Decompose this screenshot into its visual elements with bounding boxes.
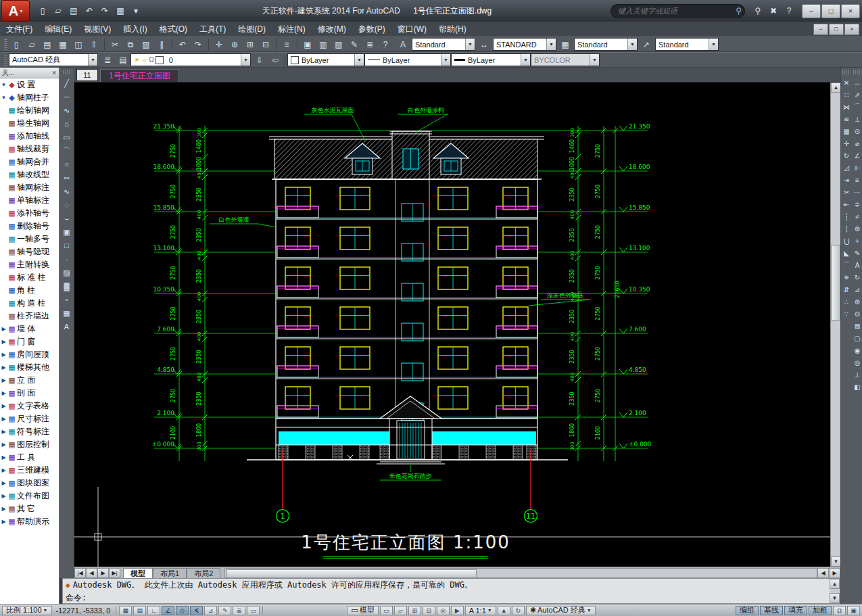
mleader-style-icon[interactable]: ↗ — [639, 37, 654, 51]
linetype-combo[interactable]: ByLayer ▼ — [364, 53, 451, 66]
sidebar-item-1[interactable]: ▼◆设 置 — [0, 78, 59, 91]
sidebar-item-31[interactable]: ▶▦三维建模 — [0, 464, 59, 477]
qp-toggle[interactable]: ▭ — [247, 606, 260, 615]
hatch-icon[interactable]: ▨ — [60, 266, 74, 279]
line-icon[interactable]: ╱ — [60, 76, 74, 90]
zoom-window-icon[interactable]: ⊞ — [243, 37, 258, 51]
array-icon[interactable]: ▦ — [841, 125, 852, 137]
model-tab-icon[interactable]: ▭ — [380, 606, 393, 615]
dim-arc-icon[interactable]: ⌒ — [852, 101, 862, 113]
layer-combo[interactable]: ☀☼Ω 0 ▼ — [130, 53, 251, 66]
make-object-layer-current-icon[interactable]: ⇩ — [252, 53, 267, 67]
ducs-toggle[interactable]: ⊿ — [204, 606, 217, 615]
sidebar-item-30[interactable]: ▶▦工 具 — [0, 451, 59, 464]
sidebar-item-35[interactable]: ▶▦帮助演示 — [0, 515, 59, 528]
quick-calc-icon[interactable]: ≣ — [362, 37, 377, 51]
dim-continue-icon[interactable]: ⋯ — [852, 186, 862, 198]
sidebar-item-7[interactable]: ▦轴网合并 — [0, 156, 59, 168]
explode-icon[interactable]: ✳ — [841, 271, 852, 283]
maximize-button[interactable]: □ — [821, 4, 840, 18]
search-input[interactable] — [617, 6, 736, 16]
redo-icon[interactable]: ↷ — [191, 37, 206, 51]
toolbar-grip[interactable] — [853, 70, 861, 74]
sidebar-item-33[interactable]: ▶▦文件布图 — [0, 490, 59, 502]
menu-11[interactable]: 窗口(W) — [391, 22, 433, 37]
revision-cloud-icon[interactable]: ∾ — [60, 171, 74, 185]
copy-object-icon[interactable]: ∷ — [841, 89, 852, 101]
drawing-tab-active[interactable]: 1号住宅正立面图 — [100, 69, 179, 82]
quick-view-drawings-icon[interactable]: ⊞ — [408, 606, 421, 615]
rotate-icon[interactable]: ↻ — [841, 149, 852, 162]
undo-icon[interactable]: ↶ — [175, 37, 190, 51]
dim-diameter-icon[interactable]: ⌀ — [852, 137, 862, 149]
tz-toggle-编组[interactable]: 编组 — [736, 606, 759, 615]
sidebar-item-11[interactable]: ▦添补轴号 — [0, 207, 59, 220]
sidebar-item-22[interactable]: ▶▦房间屋顶 — [0, 348, 59, 361]
sidebar-item-5[interactable]: ▦添加轴线 — [0, 130, 59, 143]
workspace-combo[interactable]: AutoCAD 经典 ▼ — [9, 53, 98, 66]
tool-palettes-icon[interactable]: ▥ — [316, 37, 331, 51]
named-views-icon[interactable]: ▢ — [852, 332, 862, 344]
toolbar-grip[interactable] — [4, 55, 7, 66]
doc-restore-button[interactable]: □ — [829, 24, 844, 35]
scroll-right-icon[interactable]: ▶ — [829, 568, 840, 578]
menu-5[interactable]: 格式(O) — [153, 22, 193, 37]
sidebar-item-8[interactable]: ▦轴改线型 — [0, 168, 59, 181]
open-icon[interactable]: ▱ — [51, 4, 66, 18]
zoom-extents-icon[interactable]: ⊠ — [852, 320, 862, 332]
dim-aligned-icon[interactable]: ⇗ — [852, 89, 862, 101]
qnew-icon[interactable]: ▯ — [35, 4, 50, 18]
scroll-down-icon[interactable]: ▼ — [831, 556, 841, 567]
last-tab-icon[interactable]: ▶| — [109, 568, 120, 578]
rectangle-icon[interactable]: ▭ — [60, 131, 74, 144]
sidebar-item-19[interactable]: ▦柱齐墙边 — [0, 310, 59, 323]
menu-3[interactable]: 视图(V) — [78, 22, 117, 37]
mleader-style-combo[interactable]: Standard▼ — [655, 38, 719, 51]
draworder-icon[interactable]: ⇵ — [841, 283, 852, 295]
chevron-down-icon[interactable]: ▼ — [627, 39, 637, 50]
steering-wheel-icon[interactable]: ◎ — [437, 606, 450, 615]
grid-toggle[interactable]: ▤ — [133, 606, 146, 615]
zoom-in-icon[interactable]: ⊕ — [852, 295, 862, 308]
measure-icon[interactable]: ∴ — [841, 295, 852, 308]
menu-7[interactable]: 绘图(D) — [232, 22, 272, 37]
sidebar-item-34[interactable]: ▶▦其 它 — [0, 502, 59, 515]
dim-baseline-icon[interactable]: ≡ — [852, 174, 862, 186]
menu-6[interactable]: 工具(T) — [193, 22, 232, 37]
stretch-icon[interactable]: ⇥ — [841, 174, 852, 186]
dim-text-edit-icon[interactable]: A — [852, 259, 862, 271]
dyn-toggle[interactable]: ✎ — [218, 606, 231, 615]
sidebar-item-16[interactable]: ▦标 准 柱 — [0, 271, 59, 284]
sidebar-item-23[interactable]: ▶▦楼梯其他 — [0, 361, 59, 374]
offset-icon[interactable]: ≋ — [841, 113, 852, 125]
sidebar-item-14[interactable]: ▦轴号隐现 — [0, 245, 59, 258]
text-style-combo[interactable]: Standard▼ — [412, 38, 475, 51]
doc-minimize-button[interactable]: − — [813, 24, 828, 35]
tz-toggle-填充[interactable]: 填充 — [784, 606, 807, 615]
workspace-switch-button[interactable]: ✱ AutoCAD 经典 ▼ — [526, 606, 596, 615]
sidebar-item-4[interactable]: ▦墙生轴网 — [0, 117, 59, 130]
model-space-button[interactable]: ▭ 模型 — [347, 606, 378, 615]
annotation-visibility-icon[interactable]: ▲ — [498, 606, 510, 615]
dim-break-icon[interactable]: ≠ — [852, 210, 862, 222]
auto-scale-icon[interactable]: ↻ — [512, 606, 525, 615]
doc-close-button[interactable]: × — [844, 24, 859, 35]
ucs-icon[interactable]: ⊥ — [852, 369, 862, 381]
qnew-icon[interactable]: ▯ — [9, 37, 24, 51]
chamfer-icon[interactable]: ◣ — [841, 247, 852, 259]
scroll-up-icon[interactable]: ▲ — [831, 82, 841, 93]
point-icon[interactable]: ∙ — [60, 252, 74, 266]
arc-icon[interactable]: ⌒ — [60, 144, 74, 158]
chevron-down-icon[interactable]: ▼ — [546, 39, 556, 50]
save-icon[interactable]: ▤ — [66, 4, 81, 18]
menu-9[interactable]: 修改(M) — [312, 22, 352, 37]
paste-icon[interactable]: ▨ — [139, 37, 153, 51]
scale-button[interactable]: 比例 1:100 ▼ — [2, 606, 52, 615]
menu-10[interactable]: 参数(P) — [352, 22, 391, 37]
construction-line-icon[interactable]: ─ — [60, 90, 74, 103]
join-icon[interactable]: ⋃ — [841, 235, 852, 247]
dim-style-icon[interactable]: ↔ — [477, 37, 492, 51]
chevron-down-icon[interactable]: ▼ — [354, 54, 364, 66]
move-icon[interactable]: ✛ — [841, 137, 852, 149]
sidebar-item-13[interactable]: ▦一轴多号 — [0, 233, 59, 245]
